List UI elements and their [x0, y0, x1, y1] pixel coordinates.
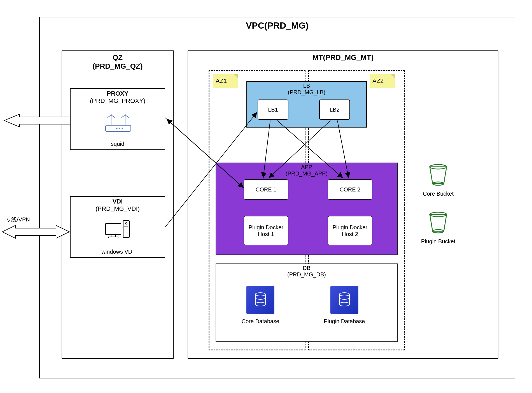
core-bucket-label: Core Bucket [419, 191, 458, 197]
plugin-bucket-label: Plugin Bucket [417, 238, 459, 245]
plugin2-box: Plugin Docker Host 2 [328, 216, 372, 245]
router-icon [103, 111, 134, 137]
svg-rect-11 [108, 237, 118, 238]
proxy-title: PROXY [71, 90, 165, 97]
svg-point-6 [119, 128, 120, 129]
core1-box: CORE 1 [244, 179, 288, 200]
qz-subtitle: (PRD_MG_QZ) [62, 62, 173, 71]
svg-point-7 [122, 128, 123, 129]
lb2-box: LB2 [319, 100, 350, 120]
proxy-container: PROXY (PRD_MG_PROXY) squid [70, 88, 165, 150]
vdi-title: VDI [71, 198, 165, 205]
mt-title: MT(PRD_MG_MT) [188, 53, 498, 62]
vpc-title: VPC(PRD_MG) [40, 20, 515, 31]
proxy-external-arrow [0, 114, 71, 128]
core-bucket-icon [426, 163, 451, 189]
svg-rect-0 [106, 125, 131, 131]
vpn-label: 专线/VPN [6, 216, 30, 223]
az2-sticky: AZ2 [370, 74, 395, 88]
proxy-label: squid [71, 141, 165, 147]
db-subtitle: (PRD_MG_DB) [216, 271, 398, 278]
workstation-icon [104, 219, 132, 244]
lb-title: LB [246, 83, 367, 89]
vdi-external-arrow [0, 224, 71, 240]
plugin-database-label: Plugin Database [316, 318, 372, 325]
plugin1-box: Plugin Docker Host 1 [244, 216, 288, 245]
svg-point-5 [116, 128, 118, 129]
svg-rect-9 [123, 221, 129, 237]
plugin-bucket-icon [426, 210, 451, 237]
app-title: APP [216, 164, 398, 170]
vdi-container: VDI (PRD_MG_VDI) windows VDI [70, 196, 165, 258]
app-subtitle: (PRD_MG_APP) [216, 170, 398, 177]
svg-rect-10 [111, 235, 115, 237]
az1-sticky: AZ1 [213, 74, 238, 88]
svg-point-14 [255, 293, 265, 296]
lb1-box: LB1 [258, 100, 288, 120]
vdi-label: windows VDI [71, 249, 165, 255]
svg-point-15 [339, 293, 349, 296]
proxy-subtitle: (PRD_MG_PROXY) [71, 97, 165, 105]
db-title: DB [216, 265, 398, 271]
core-database-label: Core Database [232, 318, 288, 325]
core2-box: CORE 2 [328, 179, 372, 200]
vdi-subtitle: (PRD_MG_VDI) [71, 205, 165, 212]
core-database-icon [246, 286, 274, 314]
qz-title: QZ [62, 53, 173, 62]
lb-subtitle: (PRD_MG_LB) [246, 89, 367, 96]
plugin-database-icon [330, 286, 358, 314]
svg-rect-8 [106, 223, 121, 235]
